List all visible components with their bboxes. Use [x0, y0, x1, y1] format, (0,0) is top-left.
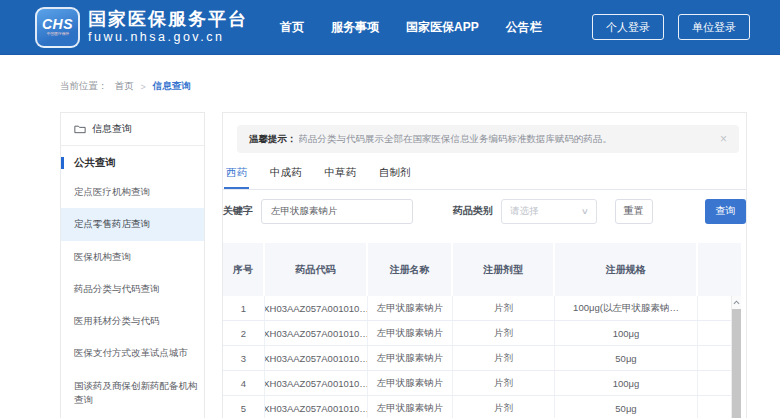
logo-subtext: 中国医疗保障 — [46, 32, 68, 36]
keyword-input[interactable] — [261, 199, 413, 224]
folder-icon — [74, 124, 86, 134]
login-button-0[interactable]: 个人登录 — [592, 14, 664, 40]
table-body: 1XH03AAZ057A001010…左甲状腺素钠片片剂100μg(以左甲状腺素… — [223, 296, 741, 418]
sidebar-items: 定点医疗机构查询定点零售药店查询医保机构查询药品分类与代码查询医用耗材分类与代码… — [61, 176, 204, 418]
brand-text: 国家医保服务平台 fuwu.nhsa.gov.cn — [88, 9, 248, 45]
sidebar-section: 公共查询 — [61, 146, 204, 176]
scroll-up-icon[interactable] — [732, 296, 741, 308]
nav-item-1[interactable]: 服务事项 — [331, 19, 379, 36]
table-row-3: 4XH03AAZ057A001010…左甲状腺素钠片片剂100μg — [223, 371, 741, 396]
cell-3-0: 4 — [223, 371, 265, 395]
breadcrumb-separator-icon: > — [141, 82, 146, 92]
cell-2-1: XH03AAZ057A001010… — [265, 346, 368, 370]
login-actions: 个人登录单位登录 — [592, 14, 750, 40]
table-header-row: 序号药品代码注册名称注册剂型注册规格 — [223, 243, 741, 296]
cell-0-0: 1 — [223, 296, 265, 320]
sidebar-title: 信息查询 — [61, 113, 204, 146]
cell-4-2: 左甲状腺素钠片 — [368, 396, 453, 418]
column-header-1: 药品代码 — [265, 243, 368, 296]
notice-label: 温馨提示： — [249, 133, 297, 146]
cell-0-3: 片剂 — [453, 296, 555, 320]
tab-2[interactable]: 中草药 — [323, 160, 359, 189]
tab-0[interactable]: 西药 — [224, 160, 249, 189]
cell-4-3: 片剂 — [453, 396, 555, 418]
nav-item-2[interactable]: 国家医保APP — [406, 19, 479, 36]
category-select-value: 请选择 — [510, 205, 539, 218]
search-button[interactable]: 查询 — [705, 199, 746, 224]
cell-4-0: 5 — [223, 396, 265, 418]
table-row-0: 1XH03AAZ057A001010…左甲状腺素钠片片剂100μg(以左甲状腺素… — [223, 296, 741, 321]
app-header: CHS 中国医疗保障 国家医保服务平台 fuwu.nhsa.gov.cn 首页服… — [0, 0, 780, 55]
cell-0-1: XH03AAZ057A001010… — [265, 296, 368, 320]
sidebar-section-label: 公共查询 — [74, 156, 116, 170]
section-marker — [61, 157, 64, 169]
app-logo-icon: CHS 中国医疗保障 — [35, 7, 80, 48]
sidebar-item-4[interactable]: 医用耗材分类与代码 — [61, 305, 204, 337]
column-header-3: 注册剂型 — [453, 243, 555, 296]
cell-2-2: 左甲状腺素钠片 — [368, 346, 453, 370]
table-row-1: 2XH03AAZ057A001010…左甲状腺素钠片片剂100μg — [223, 321, 741, 346]
cell-3-1: XH03AAZ057A001010… — [265, 371, 368, 395]
query-form: 关键字 药品类别 请选择 ∨ 重置 查询 — [223, 198, 746, 224]
reset-button[interactable]: 重置 — [615, 199, 654, 224]
cell-4-4: 50μg — [555, 396, 698, 418]
nav-item-3[interactable]: 公告栏 — [506, 19, 542, 36]
top-nav: 首页服务事项国家医保APP公告栏 — [280, 19, 542, 36]
cell-1-4: 100μg — [555, 321, 698, 345]
sidebar-item-0[interactable]: 定点医疗机构查询 — [61, 176, 204, 208]
cell-4-1: XH03AAZ057A001010… — [265, 396, 368, 418]
chevron-down-icon: ∨ — [580, 207, 588, 216]
cell-2-4: 50μg — [555, 346, 698, 370]
tab-3[interactable]: 自制剂 — [377, 160, 413, 189]
nav-item-0[interactable]: 首页 — [280, 19, 304, 36]
cell-1-3: 片剂 — [453, 321, 555, 345]
cell-0-2: 左甲状腺素钠片 — [368, 296, 453, 320]
breadcrumb-current: 信息查询 — [153, 80, 191, 93]
drug-type-tabs: 西药中成药中草药自制剂 — [223, 160, 746, 190]
column-header-partial — [698, 243, 741, 296]
sidebar-item-2[interactable]: 医保机构查询 — [61, 241, 204, 273]
table-row-4: 5XH03AAZ057A001010…左甲状腺素钠片片剂50μg — [223, 396, 741, 418]
sidebar-item-1[interactable]: 定点零售药店查询 — [61, 208, 204, 240]
tab-1[interactable]: 中成药 — [268, 160, 304, 189]
sidebar-item-5[interactable]: 医保支付方式改革试点城市 — [61, 337, 204, 369]
breadcrumb-prefix: 当前位置： — [60, 80, 108, 93]
table-scrollbar[interactable] — [731, 296, 741, 418]
keyword-label: 关键字 — [223, 204, 253, 218]
cell-1-1: XH03AAZ057A001010… — [265, 321, 368, 345]
logo-abbr: CHS — [42, 17, 73, 31]
site-title: 国家医保服务平台 — [88, 9, 248, 29]
category-label: 药品类别 — [453, 204, 493, 218]
cell-1-0: 2 — [223, 321, 265, 345]
sidebar: 信息查询 公共查询 定点医疗机构查询定点零售药店查询医保机构查询药品分类与代码查… — [60, 112, 205, 418]
breadcrumb: 当前位置： 首页 > 信息查询 — [60, 80, 191, 93]
cell-2-3: 片剂 — [453, 346, 555, 370]
column-header-4: 注册规格 — [555, 243, 698, 296]
scrollbar-thumb[interactable] — [732, 309, 741, 418]
page: CHS 中国医疗保障 国家医保服务平台 fuwu.nhsa.gov.cn 首页服… — [0, 0, 780, 418]
cell-0-4: 100μg(以左甲状腺素钠… — [555, 296, 698, 320]
table-row-2: 3XH03AAZ057A001010…左甲状腺素钠片片剂50μg — [223, 346, 741, 371]
cell-1-2: 左甲状腺素钠片 — [368, 321, 453, 345]
cell-2-0: 3 — [223, 346, 265, 370]
notice-text: 药品分类与代码展示全部在国家医保信息业务编码标准数据库赋码的药品。 — [299, 133, 712, 146]
column-header-2: 注册名称 — [368, 243, 453, 296]
cell-3-2: 左甲状腺素钠片 — [368, 371, 453, 395]
site-domain: fuwu.nhsa.gov.cn — [88, 30, 248, 45]
breadcrumb-home[interactable]: 首页 — [115, 80, 134, 93]
cell-3-3: 片剂 — [453, 371, 555, 395]
main-panel: 温馨提示： 药品分类与代码展示全部在国家医保信息业务编码标准数据库赋码的药品。 … — [222, 112, 747, 418]
category-select[interactable]: 请选择 ∨ — [501, 199, 597, 224]
sidebar-item-3[interactable]: 药品分类与代码查询 — [61, 273, 204, 305]
brand[interactable]: CHS 中国医疗保障 国家医保服务平台 fuwu.nhsa.gov.cn — [35, 7, 248, 48]
column-header-0: 序号 — [223, 243, 265, 296]
notice-banner: 温馨提示： 药品分类与代码展示全部在国家医保信息业务编码标准数据库赋码的药品。 … — [237, 125, 739, 153]
sidebar-item-6[interactable]: 国谈药及商保创新药配备机构查询 — [61, 370, 204, 417]
results-table: 序号药品代码注册名称注册剂型注册规格 1XH03AAZ057A001010…左甲… — [223, 243, 741, 418]
login-button-1[interactable]: 单位登录 — [678, 14, 750, 40]
close-icon[interactable]: × — [712, 132, 727, 146]
cell-3-4: 100μg — [555, 371, 698, 395]
sidebar-title-label: 信息查询 — [92, 122, 132, 136]
